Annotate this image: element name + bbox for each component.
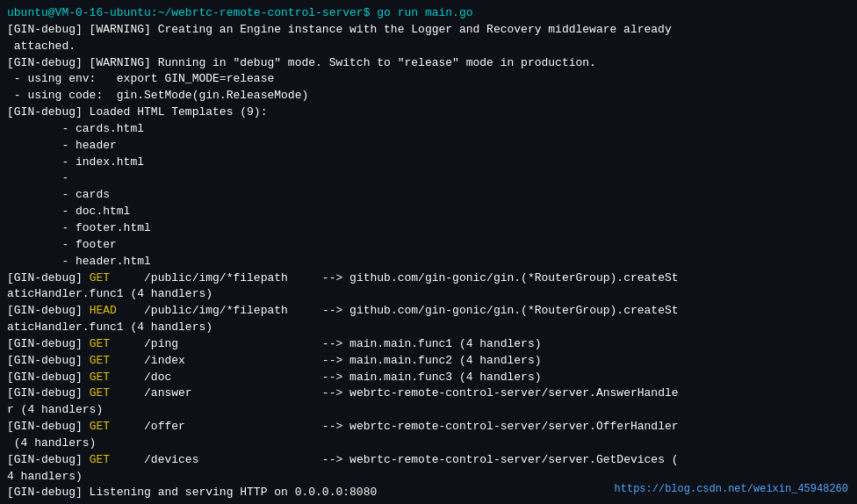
line-t7: - footer.html (7, 220, 850, 237)
line-warn1b: attached. (7, 39, 850, 55)
line-t6: - doc.html (7, 204, 850, 220)
line-head1: [GIN-debug] HEAD /public/img/*filepath -… (7, 303, 850, 320)
line-ping: [GIN-debug] GET /ping --> main.main.func… (7, 336, 850, 353)
line-t2: - header (7, 138, 850, 155)
line-devices: [GIN-debug] GET /devices --> webrtc-remo… (7, 452, 850, 469)
line-index: [GIN-debug] GET /index --> main.main.fun… (7, 353, 850, 370)
line-head1b: aticHandler.func1 (4 handlers) (7, 320, 850, 336)
line-get1: [GIN-debug] GET /public/img/*filepath --… (7, 270, 850, 287)
line-env: - using env: export GIN_MODE=release (7, 71, 850, 88)
line-warn2: [GIN-debug] [WARNING] Running in "debug"… (7, 55, 850, 72)
line-t8: - footer (7, 237, 850, 254)
line-loaded: [GIN-debug] Loaded HTML Templates (9): (7, 104, 850, 121)
line-t3: - index.html (7, 155, 850, 171)
line-offerb: (4 handlers) (7, 436, 850, 452)
line-code: - using code: gin.SetMode(gin.ReleaseMod… (7, 88, 850, 104)
line-answerb: r (4 handlers) (7, 402, 850, 419)
line-answer: [GIN-debug] GET /answer --> webrtc-remot… (7, 385, 850, 402)
line-t4: - (7, 170, 850, 187)
line-get1b: aticHandler.func1 (4 handlers) (7, 286, 850, 303)
line-t1: - cards.html (7, 121, 850, 138)
line-warn1: [GIN-debug] [WARNING] Creating an Engine… (7, 22, 850, 39)
line-t5: - cards (7, 187, 850, 204)
terminal-window: ubuntu@VM-0-16-ubuntu:~/webrtc-remote-co… (0, 0, 857, 504)
line-t9: - header.html (7, 254, 850, 270)
line-doc: [GIN-debug] GET /doc --> main.main.func3… (7, 370, 850, 386)
line-cmd: ubuntu@VM-0-16-ubuntu:~/webrtc-remote-co… (7, 5, 850, 22)
line-offer: [GIN-debug] GET /offer --> webrtc-remote… (7, 419, 850, 436)
watermark: https://blog.csdn.net/weixin_45948260 (615, 482, 848, 497)
terminal-content: ubuntu@VM-0-16-ubuntu:~/webrtc-remote-co… (7, 5, 850, 501)
